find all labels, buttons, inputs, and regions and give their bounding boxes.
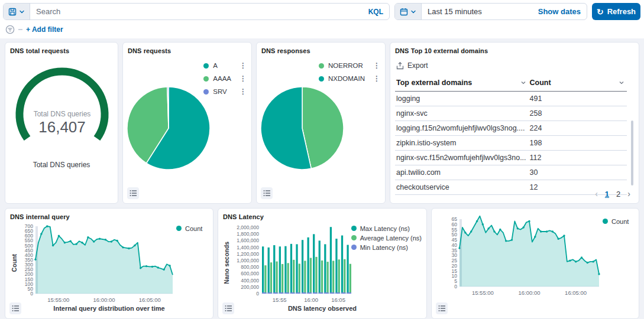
pagination-next-icon[interactable]: › <box>627 189 630 198</box>
svg-text:16:05:00: 16:05:00 <box>565 289 587 296</box>
gauge-chart: Total DNS queries 16,407 <box>10 58 114 152</box>
kql-button[interactable]: KQL <box>363 8 389 16</box>
dashboard-grid: DNS total requests Total DNS queries 16,… <box>0 38 644 319</box>
chevron-down-icon <box>410 9 416 15</box>
legend-toggle-button[interactable] <box>436 302 448 314</box>
svg-text:35: 35 <box>452 248 458 253</box>
pagination-page-2[interactable]: 2 <box>616 190 620 198</box>
svg-text:700: 700 <box>25 223 33 229</box>
legend-dot <box>203 76 209 82</box>
gauge-value: 16,407 <box>38 118 86 136</box>
show-dates-link[interactable]: Show dates <box>532 7 587 16</box>
legend-item-NXDOMAIN[interactable]: NXDOMAIN⋮ <box>319 72 380 85</box>
legend-toggle-button[interactable] <box>9 302 21 314</box>
panel-dns-external-query: 0510152025303540455055606515:55:0016:00:… <box>431 208 639 319</box>
search-input[interactable] <box>30 7 363 16</box>
legend-item-Min-Latency-(ns)[interactable]: Min Latency (ns) <box>351 244 422 251</box>
legend-toggle-button[interactable] <box>127 187 139 199</box>
legend-toggle-icon <box>438 305 446 312</box>
svg-text:25: 25 <box>452 258 458 263</box>
svg-text:15:55:00: 15:55:00 <box>47 297 69 303</box>
time-range-value[interactable]: Last 15 minutes <box>422 7 532 16</box>
domain-cell: logging.f15n2womfujehfjlwv0lgs3nog.... <box>395 121 529 136</box>
panel-dns-responses: DNS responses NOERROR⋮NXDOMAIN⋮ <box>256 42 386 204</box>
area-chart[interactable]: 0501001502002503003504004505005506006507… <box>18 222 176 304</box>
domain-cell: checkoutservice <box>395 180 529 195</box>
svg-text:1,000,000: 1,000,000 <box>237 258 259 263</box>
pie-chart[interactable] <box>259 85 345 171</box>
kebab-menu-icon[interactable]: ⋮ <box>365 76 380 82</box>
legend-item-NOERROR[interactable]: NOERROR⋮ <box>319 59 380 72</box>
panel-top-external-domains: DNS Top 10 external domains Export Top e… <box>390 42 639 204</box>
refresh-button[interactable]: ↻ Refresh <box>592 3 640 20</box>
saved-query-button[interactable] <box>4 4 30 19</box>
legend-item-A[interactable]: A⋮ <box>203 59 247 72</box>
column-header-count[interactable]: Count <box>529 76 627 92</box>
legend-dot <box>351 235 357 240</box>
table-scrollbar[interactable] <box>631 121 633 185</box>
legend-toggle-button[interactable] <box>222 302 234 314</box>
pagination-page-1[interactable]: 1 <box>605 190 609 198</box>
svg-text:2,000,000: 2,000,000 <box>237 224 259 230</box>
legend-dot <box>603 219 608 224</box>
export-button[interactable]: Export <box>396 61 634 70</box>
legend-item-Count[interactable]: Count <box>176 225 202 232</box>
panel-dns-latency: DNS Latency Nano seconds 0200,000400,000… <box>218 208 427 319</box>
calendar-icon <box>400 8 408 16</box>
chevron-down-icon <box>19 9 25 15</box>
pie-legend: NOERROR⋮NXDOMAIN⋮ <box>319 59 380 85</box>
svg-text:0: 0 <box>454 284 457 289</box>
gauge-center-label: Total DNS queries <box>34 110 91 118</box>
area-chart[interactable]: 0510152025303540455055606515:55:0016:00:… <box>444 214 603 297</box>
column-header-domains[interactable]: Top external domains <box>395 76 529 92</box>
calendar-button[interactable] <box>395 4 422 19</box>
count-cell: 224 <box>529 121 627 136</box>
count-cell: 491 <box>529 92 627 106</box>
kebab-menu-icon[interactable]: ⋮ <box>231 76 247 82</box>
svg-text:15:55:00: 15:55:00 <box>472 289 494 296</box>
legend-item-Average-Latency-(ns)[interactable]: Average Latency (ns) <box>351 235 422 242</box>
svg-text:0: 0 <box>256 291 259 297</box>
svg-text:5: 5 <box>454 278 457 284</box>
kebab-menu-icon[interactable]: ⋮ <box>365 63 380 69</box>
svg-text:1,800,000: 1,800,000 <box>237 231 259 237</box>
x-axis-title: DNS latency observed <box>223 305 422 312</box>
legend-toggle-icon <box>130 190 137 197</box>
panel-title: DNS Top 10 external domains <box>395 47 634 54</box>
svg-text:15:55: 15:55 <box>272 297 286 303</box>
pagination-prev-icon[interactable]: ‹ <box>595 189 598 198</box>
y-axis-title: Nano seconds <box>223 222 231 304</box>
svg-text:1,400,000: 1,400,000 <box>237 245 259 250</box>
panel-dns-requests: DNS requests A⋮AAAA⋮SRV⋮ <box>122 42 252 204</box>
table-row: api.twilio.com30 <box>395 165 627 180</box>
top-bar: KQL Last 15 minutes Show dates ↻ Refresh <box>0 0 644 38</box>
y-axis-title <box>436 214 444 297</box>
legend-item-Max-Latency-(ns)[interactable]: Max Latency (ns) <box>351 225 422 232</box>
filter-icon[interactable] <box>5 25 15 34</box>
panel-title: DNS requests <box>128 47 247 54</box>
table-row: logging.f15n2womfujehfjlwv0lgs3nog....22… <box>395 121 627 136</box>
svg-text:40: 40 <box>452 242 458 248</box>
kebab-menu-icon[interactable]: ⋮ <box>231 89 247 95</box>
svg-text:600,000: 600,000 <box>241 271 259 276</box>
pie-chart[interactable] <box>125 85 212 171</box>
bar-chart[interactable]: 0200,000400,000600,000800,0001,000,0001,… <box>231 222 351 304</box>
chart-legend: Max Latency (ns)Average Latency (ns)Min … <box>351 222 422 304</box>
table-row: checkoutservice12 <box>395 180 627 195</box>
date-picker: Last 15 minutes Show dates <box>394 3 587 20</box>
svg-text:50: 50 <box>452 232 458 237</box>
add-filter-link[interactable]: + Add filter <box>26 25 63 34</box>
legend-item-AAAA[interactable]: AAAA⋮ <box>203 72 247 85</box>
svg-text:30: 30 <box>452 252 458 258</box>
legend-toggle-button[interactable] <box>261 187 273 199</box>
domain-cell: api.twilio.com <box>395 165 529 180</box>
svg-text:800,000: 800,000 <box>241 264 259 270</box>
pagination: ‹ 12› <box>595 189 630 198</box>
legend-toggle-icon <box>263 190 271 197</box>
svg-text:16:05:00: 16:05:00 <box>139 297 161 303</box>
legend-item-Count[interactable]: Count <box>603 218 629 225</box>
chart-legend: Count <box>603 214 629 297</box>
panel-title: DNS internal query <box>10 213 208 220</box>
domains-table: Top external domains Count logging491ngi… <box>395 76 627 195</box>
kebab-menu-icon[interactable]: ⋮ <box>231 63 247 69</box>
